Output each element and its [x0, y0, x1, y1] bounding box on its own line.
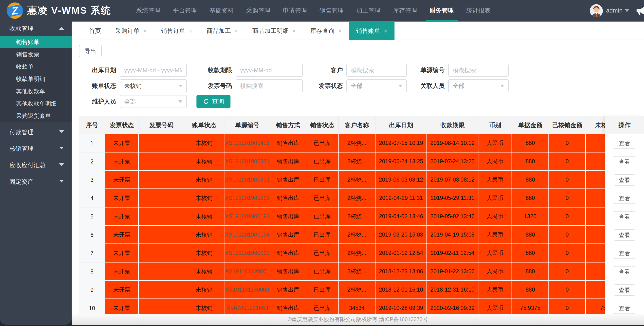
- top-nav-item-8[interactable]: 库存管理: [387, 0, 423, 21]
- tab-商品加工明细[interactable]: 商品加工明细×: [245, 22, 303, 40]
- table-row: 8未开票未核销XS191181220001销售出库已出库2杯烧...2018-1…: [79, 263, 644, 281]
- tab-商品加工[interactable]: 商品加工×: [200, 22, 245, 40]
- view-button[interactable]: 查看: [614, 285, 635, 296]
- action-cell: 查看: [605, 134, 644, 152]
- filter-select-账单状态[interactable]: 未核销: [120, 79, 187, 92]
- filter-input-收款期限[interactable]: [236, 64, 303, 77]
- tab-首页[interactable]: 首页: [82, 22, 108, 40]
- filter-select-关联人员[interactable]: 全部: [448, 79, 508, 92]
- row-cell: 销售出库: [270, 244, 306, 263]
- filter-label: 维护人员: [92, 95, 116, 108]
- tab-label: 商品加工明细: [252, 22, 289, 40]
- sidebar-group-4[interactable]: 应收应付汇总: [0, 157, 72, 174]
- row-cell[interactable]: XS191201900371: [224, 152, 270, 171]
- top-nav-item-2[interactable]: 平台管理: [166, 0, 203, 21]
- view-button[interactable]: 查看: [614, 174, 635, 186]
- table-row: 6未开票未核销XS191201900164销售出库已出库2杯烧...2019-0…: [79, 226, 644, 244]
- view-button[interactable]: 查看: [614, 156, 635, 167]
- row-cell: 人民币: [478, 263, 512, 281]
- view-button[interactable]: 查看: [614, 303, 635, 314]
- filter-field-发票状态: 发票状态全部: [346, 79, 407, 92]
- sidebar-item-销售发票[interactable]: 销售发票: [0, 48, 72, 61]
- top-nav-item-3[interactable]: 基础资料: [203, 0, 240, 21]
- app-logo-icon: Z: [7, 2, 23, 19]
- filter-select-发票状态[interactable]: 全部: [346, 79, 407, 92]
- row-cell[interactable]: XS191201900426: [224, 134, 270, 152]
- sidebar-group-5[interactable]: 固定资产: [0, 174, 72, 190]
- row-cell: 未核销: [184, 189, 224, 208]
- query-button-label: 查询: [212, 97, 224, 105]
- row-cell: 未开票: [105, 189, 139, 208]
- query-button[interactable]: 查询: [196, 95, 230, 108]
- action-cell: 查看: [605, 244, 644, 263]
- sidebar: 收款管理销售账单销售发票收款单收款单明细其他收款单其他收款单明细采购退货账单付款…: [0, 21, 72, 325]
- tab-close-icon[interactable]: ×: [292, 22, 296, 40]
- row-cell: 销售出库: [270, 226, 306, 244]
- sidebar-item-其他收款单明细[interactable]: 其他收款单明细: [0, 97, 72, 110]
- row-cell: 未核销: [184, 226, 224, 244]
- row-cell[interactable]: XS191201900261: [224, 189, 270, 208]
- view-button[interactable]: 查看: [614, 193, 635, 204]
- tab-销售订单[interactable]: 销售订单×: [154, 22, 200, 40]
- tab-close-icon[interactable]: ×: [338, 22, 342, 40]
- top-nav-item-9[interactable]: 财务管理: [423, 0, 460, 21]
- top-nav-item-1[interactable]: 系统管理: [130, 0, 166, 21]
- row-cell: 2杯烧...: [338, 263, 376, 281]
- tab-销售账单[interactable]: 销售账单×: [349, 22, 394, 40]
- view-button[interactable]: 查看: [614, 211, 635, 222]
- row-cell[interactable]: XS191201900022: [224, 244, 270, 263]
- top-nav-item-6[interactable]: 销售管理: [313, 0, 350, 21]
- sidebar-group-2[interactable]: 付款管理: [0, 124, 72, 140]
- row-cell: 2019-05-29 11:31: [427, 189, 478, 208]
- row-cell: 0: [549, 244, 586, 263]
- sidebar-item-销售账单[interactable]: 销售账单: [0, 36, 72, 48]
- user-caret-down-icon[interactable]: [625, 9, 629, 12]
- sidebar-item-收款单[interactable]: 收款单: [0, 61, 72, 73]
- announcement-icon[interactable]: [635, 5, 644, 17]
- filter-select-维护人员[interactable]: 全部: [120, 95, 187, 108]
- filter-label: 出库日期: [92, 64, 116, 77]
- tab-close-icon[interactable]: ×: [234, 22, 238, 40]
- filter-input-单源编号[interactable]: [448, 64, 508, 77]
- sidebar-submenu: 销售账单销售发票收款单收款单明细其他收款单其他收款单明细采购退货账单: [0, 36, 72, 122]
- view-button[interactable]: 查看: [614, 248, 635, 259]
- sidebar-group-1[interactable]: 收款管理: [0, 21, 72, 36]
- view-button[interactable]: 查看: [614, 229, 635, 241]
- view-button[interactable]: 查看: [614, 138, 635, 149]
- filter-input-出库日期[interactable]: [120, 64, 187, 77]
- filter-input-发票号码[interactable]: [236, 79, 303, 92]
- row-cell[interactable]: XS191201900191: [224, 208, 270, 226]
- sidebar-item-其他收款单[interactable]: 其他收款单: [0, 85, 72, 97]
- row-cell[interactable]: XS191181130008: [224, 281, 270, 299]
- filter-input-客户[interactable]: [346, 64, 407, 77]
- table-row: 3未开票未核销XS191201900331销售出库已出库2杯烧...2019-0…: [79, 171, 644, 189]
- row-cell: 已出库: [306, 152, 338, 171]
- user-box: admin: [590, 0, 644, 21]
- row-cell: 2杯烧...: [338, 244, 376, 263]
- column-header-客户名称: 客户名称: [338, 116, 376, 134]
- avatar[interactable]: [590, 4, 603, 17]
- sidebar-item-收款单明细[interactable]: 收款单明细: [0, 73, 72, 85]
- row-cell[interactable]: XS191181220001: [224, 263, 270, 281]
- tab-采购订单[interactable]: 采购订单×: [108, 22, 154, 40]
- view-button[interactable]: 查看: [614, 266, 635, 277]
- tab-close-icon[interactable]: ×: [384, 22, 387, 40]
- filter-field-维护人员: 维护人员全部: [120, 95, 187, 108]
- tab-close-icon[interactable]: ×: [189, 22, 192, 40]
- top-nav-item-10[interactable]: 统计报表: [460, 0, 497, 21]
- sidebar-item-采购退货账单[interactable]: 采购退货账单: [0, 110, 72, 122]
- top-nav-item-5[interactable]: 申请管理: [276, 0, 313, 21]
- row-cell[interactable]: XS191201900164: [224, 226, 270, 244]
- top-nav-item-4[interactable]: 采购管理: [240, 0, 276, 21]
- row-cell[interactable]: XS191201900331: [224, 171, 270, 189]
- row-cell: 人民币: [478, 208, 512, 226]
- tab-库存查询[interactable]: 库存查询×: [303, 22, 349, 40]
- username[interactable]: admin: [606, 7, 622, 14]
- top-nav-item-7[interactable]: 加工管理: [350, 0, 387, 21]
- row-cell: 880: [512, 189, 549, 208]
- tab-close-icon[interactable]: ×: [143, 22, 146, 40]
- export-button[interactable]: 导出: [79, 45, 102, 57]
- column-header-单据金额: 单据金额: [512, 116, 549, 134]
- sidebar-group-3[interactable]: 核销管理: [0, 140, 72, 157]
- row-cell: [139, 226, 184, 244]
